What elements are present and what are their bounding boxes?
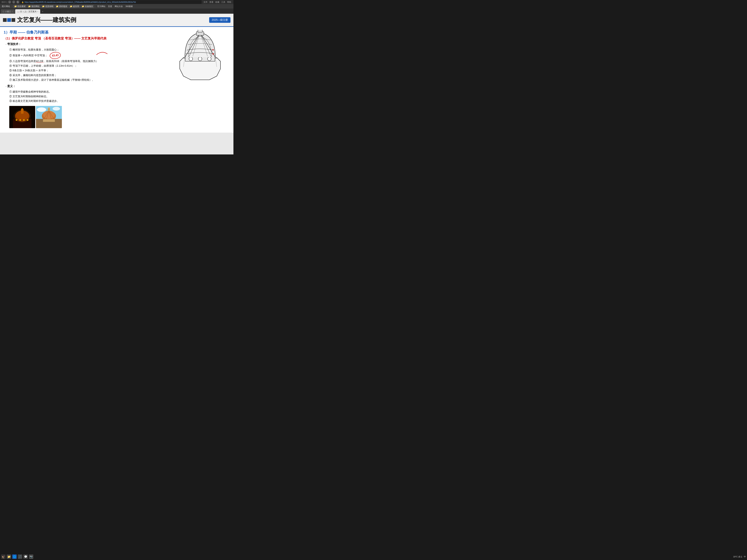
photo-florence-night <box>9 106 35 128</box>
slide-right-column <box>174 30 230 130</box>
tech-item-5: ⑤ 8条主肋 + 24条次肋 + 水平券； <box>5 68 172 73</box>
florence-night-svg <box>9 106 35 128</box>
svg-rect-36 <box>198 30 202 32</box>
meaning-item-2: ② 文艺复兴时期独创精神的标志。 <box>5 94 172 99</box>
browser-menu: 文件 查看 收藏 工具 帮助 <box>203 1 232 3</box>
dome-diagram-svg <box>174 30 226 82</box>
title-decoration <box>3 18 15 22</box>
forward-button[interactable]: › <box>12 1 15 3</box>
svg-point-28 <box>207 57 211 61</box>
bookmark-floral[interactable]: 📁 花里胡哨 <box>41 5 54 8</box>
bookmarks-bar: 图片网站 | 📁 综合素材 📁 项目网站 📁 花里胡哨 📁 原积毫发 📁 超实用… <box>0 4 233 8</box>
florence-day-svg <box>36 106 62 128</box>
meaning-label: 意义： <box>7 84 16 88</box>
slide-body: 1）早期 —— 伯鲁乃列斯基 （1）佛罗伦萨主教堂 穹顶 （圣母百花教堂 穹顶）… <box>0 27 233 133</box>
slide-main-content: 1）早期 —— 伯鲁乃列斯基 （1）佛罗伦萨主教堂 穹顶 （圣母百花教堂 穹顶）… <box>4 30 172 130</box>
browser-titlebar: 15:3 | ‹ › ↻ 🔒 https://appjzki9wvi8435.h… <box>0 0 233 4</box>
reload-button[interactable]: ↻ <box>16 1 19 3</box>
slide-header: 文艺复兴——建筑实例 2025—级注册 <box>0 14 233 27</box>
photo-florence-day <box>36 106 62 128</box>
svg-rect-21 <box>43 119 55 122</box>
tech-item-2: ② 骨架券 + 内外两层 中空穹顶； 43.43 <box>5 52 172 59</box>
tech-item-1: ① 椭球形穹顶，轮廓矢量形，大致双圆心； <box>5 47 172 52</box>
tab-bar: ⬡ 小窗口 × 📖 11（上）文艺复兴 × + <box>0 8 233 14</box>
tech-item-7: ⑦ 施工技术取得很大进步，设计了各种垂直运输机械（平衡锤+滑轮组）。 <box>5 78 172 82</box>
svg-rect-8 <box>20 119 21 121</box>
slide-title-container: 文艺复兴——建筑实例 <box>3 16 76 24</box>
tab-close-inactive[interactable]: × <box>12 10 13 12</box>
svg-point-44 <box>212 53 214 55</box>
page-title: 文艺复兴——建筑实例 <box>17 16 76 24</box>
meaning-item-1: ① 建筑中突破教会精神专制的标志。 <box>5 89 172 94</box>
sq2 <box>7 18 11 22</box>
meaning-item-3: ③ 标志着文艺复兴时期科学技术普遍进步。 <box>5 99 172 103</box>
svg-point-26 <box>189 57 193 61</box>
meaning-bullet-group: · 意义： ① 建筑中突破教会精神专制的标志。 ② 文艺复兴时期独创精神的标志。… <box>4 84 172 128</box>
tech-item-4: ④ 穹顶下半石砌，上半砖砌，由厚渐薄（2.13m-0.61m）； <box>5 63 172 68</box>
svg-rect-40 <box>215 57 217 58</box>
bookmark-official[interactable]: 官方网站 <box>96 5 106 8</box>
svg-rect-9 <box>23 119 25 121</box>
tech-item-3: ③ 八边形穹顶对边跨度42.2米，鼓座高55米（鼓座将穹顶举高、抵抗侧推力） <box>5 59 172 63</box>
tech-bullet-group: · 穹顶技术： ① 椭球形穹顶，轮廓矢量形，大致双圆心； ② 骨架券 + 内外两… <box>4 43 172 82</box>
svg-point-13 <box>53 107 60 111</box>
content-area: 文艺复兴——建筑实例 2025—级注册 1）早期 —— 伯鲁乃列斯基 （1）佛罗… <box>0 14 233 155</box>
svg-point-12 <box>37 107 46 112</box>
bookmark-360[interactable]: 360搜索 <box>124 5 134 8</box>
subsection1-heading: （1）佛罗伦萨主教堂 穹顶 （圣母百花教堂 穹顶）—— 文艺复兴早期代表 <box>4 36 172 41</box>
bookmark-inprogress[interactable]: 📁 在做项目 <box>81 5 94 8</box>
bullet-dot: · <box>5 43 6 46</box>
sq1 <box>3 18 7 22</box>
svg-rect-7 <box>16 119 17 121</box>
meaning-dot: · <box>5 84 6 88</box>
tab-close-active[interactable]: × <box>37 10 38 12</box>
svg-rect-4 <box>21 110 24 114</box>
address-bar[interactable]: 🔒 https://appjzki9wvi8435.h5.xiaoeknow.c… <box>20 0 202 4</box>
bookmark-project[interactable]: 📁 项目网站 <box>27 5 41 8</box>
tab-inactive[interactable]: ⬡ 小窗口 × <box>1 9 15 14</box>
bookmark-original[interactable]: 📁 原积毫发 <box>55 5 68 8</box>
svg-rect-22 <box>48 108 50 111</box>
bookmark-urls[interactable]: 网址大全 <box>113 5 124 8</box>
sq3 <box>11 18 15 22</box>
annotation-number: 43.43 <box>49 52 61 59</box>
svg-rect-10 <box>27 119 28 121</box>
bookmark-pics[interactable]: 图片网站 <box>1 5 11 8</box>
time-display: 15:3 <box>1 1 5 3</box>
bookmark-practical[interactable]: 📁 超实用 <box>69 5 80 8</box>
tab-new-button[interactable]: + <box>41 9 45 14</box>
badge: 2025—级注册 <box>209 17 230 23</box>
svg-point-43 <box>212 49 214 51</box>
bookmark-materials[interactable]: 📁 综合素材 <box>13 5 27 8</box>
photos-row <box>9 106 172 128</box>
svg-rect-39 <box>183 57 185 58</box>
back-button[interactable]: ‹ <box>8 1 11 3</box>
tech-item-6: ⑥ 采光亭，兼顾结构与造型的双重作用； <box>5 73 172 78</box>
section1-heading: 1）早期 —— 伯鲁乃列斯基 <box>4 30 172 35</box>
tab-active[interactable]: 📖 11（上）文艺复兴 × <box>15 9 40 14</box>
tech-label: 穹顶技术： <box>7 43 21 46</box>
bookmark-baidu[interactable]: 百度 <box>107 5 113 8</box>
svg-point-27 <box>198 57 202 61</box>
annotation-curve-svg <box>96 50 107 56</box>
